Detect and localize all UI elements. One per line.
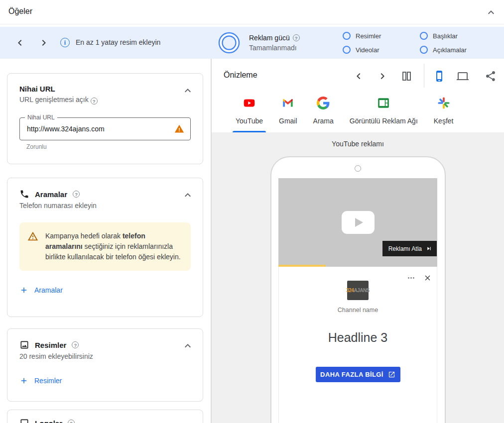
channel-name: Channel name [279, 307, 437, 314]
error-warning-icon [174, 124, 184, 134]
add-images-button[interactable]: Resimler [19, 376, 191, 385]
close-icon [423, 274, 432, 282]
empty-circle-icon [420, 32, 428, 40]
page-header: Öğeler [0, 0, 504, 24]
collapse-section-button[interactable] [485, 6, 497, 18]
desktop-icon [457, 70, 469, 82]
check-item-videos[interactable]: Videolar [343, 46, 379, 54]
calls-title: Aramalar [35, 190, 67, 199]
calls-warning-text: Kampanya hedefi olarak telefon aramaları… [45, 231, 182, 262]
skip-next-icon [426, 245, 432, 252]
toolbar-divider [424, 64, 424, 88]
preview-channel-tabs: YouTube Gmail Arama Görüntülü Reklam Ağı [212, 89, 504, 132]
chevron-up-icon [182, 189, 194, 201]
display-network-icon [377, 97, 390, 109]
tab-search[interactable]: Arama [305, 89, 342, 132]
preview-prev-button[interactable] [353, 70, 365, 82]
chevron-up-icon [182, 340, 194, 352]
mobile-preview-button[interactable] [433, 70, 445, 82]
phone-mockup: Reklamı Atla [270, 156, 446, 423]
add-calls-button[interactable]: Aramalar [19, 286, 191, 295]
tab-youtube[interactable]: YouTube [228, 89, 271, 132]
ad-strength-ring-icon [218, 32, 240, 54]
collapse-card-button[interactable] [182, 340, 194, 352]
gmail-icon [281, 97, 294, 109]
info-icon: i [60, 38, 70, 47]
empty-circle-icon [343, 32, 351, 40]
discover-icon [437, 97, 450, 109]
banner-next-button[interactable] [38, 37, 50, 49]
logos-title: Logolar [35, 419, 62, 423]
tab-discover[interactable]: Keşfet [426, 89, 462, 132]
tab-display-network[interactable]: Görüntülü Reklam Ağı [342, 89, 426, 132]
share-preview-button[interactable] [485, 70, 497, 82]
final-url-subtitle: URL genişletmesi açık [19, 96, 89, 104]
calls-card: Aramalar ? Telefon numarası ekleyin Kamp… [7, 178, 203, 317]
check-item-headlines[interactable]: Başlıklar [420, 32, 458, 40]
preview-panel: Önizleme [212, 59, 504, 423]
chevron-left-icon [353, 70, 365, 82]
video-placeholder: Reklamı Atla [278, 178, 437, 267]
calls-subtitle: Telefon numarası ekleyin [19, 202, 191, 210]
final-url-field-label: Nihai URL [25, 114, 57, 121]
chevron-left-icon [14, 37, 26, 49]
empty-circle-icon [343, 46, 351, 54]
tab-gmail[interactable]: Gmail [271, 89, 305, 132]
chevron-up-icon [485, 6, 497, 18]
calls-warning-box: Kampanya hedefi olarak telefon aramaları… [19, 222, 191, 271]
preview-title: Önizleme [224, 71, 257, 80]
plus-icon [19, 376, 28, 385]
camera-dot-icon [355, 165, 361, 172]
youtube-icon [243, 97, 256, 109]
desktop-preview-button[interactable] [457, 70, 469, 82]
channel-logo: 324AJANS [347, 281, 369, 300]
image-icon [19, 340, 29, 350]
images-title: Resimler [35, 341, 66, 349]
skip-ad-button: Reklamı Atla [382, 241, 437, 256]
notification-banner: i En az 1 yatay resim ekleyin Reklam güc… [0, 27, 504, 59]
images-card: Resimler ? 20 resim ekleyebilirsiniz Res… [7, 328, 203, 402]
more-icon [407, 274, 415, 282]
required-helper-text: Zorunlu [26, 143, 191, 150]
ad-cta-button: DAHA FAZLA BİLGİ [316, 367, 400, 382]
side-by-side-view-button[interactable] [400, 70, 412, 82]
final-url-value: http://www.324ajans.com [20, 118, 190, 140]
check-item-images[interactable]: Resimler [343, 32, 381, 40]
assets-panel: Nihai URL URL genişletmesi açık ? Nihai … [0, 59, 211, 423]
check-item-descriptions[interactable]: Açıklamalar [420, 46, 467, 54]
help-icon[interactable]: ? [72, 341, 79, 348]
chevron-up-icon [182, 85, 194, 97]
open-in-new-icon [388, 371, 395, 378]
page-title: Öğeler [8, 7, 32, 16]
ad-strength-status: Tamamlanmadı [249, 43, 300, 53]
columns-icon [400, 70, 412, 82]
preview-body: YouTube reklamı Reklamı Atla [212, 132, 504, 423]
banner-prev-button[interactable] [14, 37, 26, 49]
preview-caption: YouTube reklamı [212, 140, 504, 148]
ad-strength-label: Reklam gücü [249, 33, 290, 43]
final-url-card: Nihai URL URL genişletmesi açık ? Nihai … [7, 73, 203, 164]
collapse-card-button[interactable] [182, 85, 194, 97]
collapse-card-button[interactable] [182, 189, 194, 201]
images-subtitle: 20 resim ekleyebilirsiniz [19, 352, 191, 360]
google-g-icon [317, 97, 330, 109]
share-icon [485, 70, 497, 82]
chevron-right-icon [377, 70, 388, 82]
ad-strength-block: Reklam gücü ? Tamamlanmadı [249, 33, 300, 53]
play-button-icon [342, 211, 375, 234]
help-icon[interactable]: ? [68, 420, 75, 423]
ad-content-card: 324AJANS Channel name Headline 3 DAHA FA… [278, 267, 437, 423]
logos-card: Logolar ? [7, 410, 203, 423]
plus-icon [19, 286, 28, 295]
banner-message: En az 1 yatay resim ekleyin [76, 38, 160, 46]
warning-outline-icon [27, 231, 38, 242]
help-icon[interactable]: ? [73, 191, 80, 198]
assets-page: Öğeler i En az 1 yatay resim ekleyin [0, 0, 504, 423]
call-icon [19, 189, 29, 199]
help-icon[interactable]: ? [91, 98, 98, 105]
help-icon[interactable]: ? [293, 34, 300, 41]
logo-icon [19, 418, 29, 423]
final-url-field[interactable]: Nihai URL http://www.324ajans.com [19, 117, 191, 140]
final-url-title: Nihai URL [19, 85, 191, 93]
preview-next-button[interactable] [377, 70, 388, 82]
